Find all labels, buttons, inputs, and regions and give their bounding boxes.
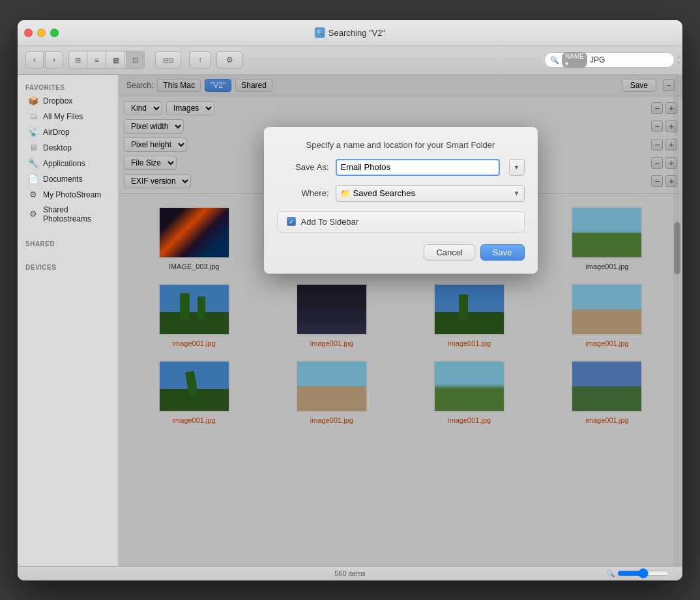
column-view-button[interactable]: ▦ (107, 51, 125, 68)
save-as-label: Save As: (277, 162, 329, 172)
applications-icon: 🔧 (28, 158, 38, 169)
save-as-input[interactable] (341, 162, 495, 172)
close-button[interactable] (24, 29, 33, 37)
sidebar-item-dropbox[interactable]: 📦 Dropbox (20, 93, 115, 109)
sheet-overlay: Specify a name and location for your Sma… (119, 75, 682, 566)
sidebar-item-shared-photostreams[interactable]: ⚙ Shared Photostreams (20, 203, 115, 226)
where-chevron-icon: ▼ (514, 190, 520, 197)
save-as-dropdown-button[interactable]: ▼ (509, 159, 525, 176)
sidebar: FAVORITES 📦 Dropbox 🗂 All My Files 📡 Air… (18, 75, 119, 566)
sidebar-item-airdrop[interactable]: 📡 AirDrop (20, 124, 115, 140)
view-switcher: ⊞ ≡ ▦ ⊡ (68, 51, 145, 69)
devices-section-title: DEVICES (18, 260, 118, 273)
list-view-button[interactable]: ≡ (88, 51, 106, 68)
save-as-input-wrap (336, 159, 500, 176)
search-input[interactable] (590, 55, 675, 64)
sidebar-item-label: Applications (43, 159, 85, 168)
where-select[interactable]: Saved Searches (353, 188, 511, 198)
sheet-buttons: Cancel Save (277, 244, 525, 261)
where-select-wrap: 📁 Saved Searches ▼ (336, 185, 525, 202)
finder-icon: 🔍 (315, 27, 325, 38)
cover-flow-button[interactable]: ⊡ (126, 51, 144, 68)
all-my-files-icon: 🗂 (28, 111, 38, 122)
share-button[interactable]: ↑ (189, 51, 211, 68)
sheet-save-button[interactable]: Save (480, 244, 525, 261)
icon-view-button[interactable]: ⊞ (69, 51, 87, 68)
sidebar-item-label: My PhotoStream (43, 190, 101, 199)
shared-photostreams-icon: ⚙ (28, 209, 38, 220)
size-slider-button[interactable]: ⊟⊡ (155, 51, 181, 68)
content-area: Search: This Mac "V2" Shared Save − Kind… (119, 75, 682, 566)
folder-icon: 📁 (340, 188, 351, 198)
sidebar-item-label: Dropbox (43, 96, 72, 106)
sidebar-item-all-my-files[interactable]: 🗂 All My Files (20, 109, 115, 124)
finder-window: 🔍 Searching "V2" ‹ › ⊞ ≡ ▦ ⊡ ⊟⊡ ↑ ⚙ (18, 20, 682, 580)
sheet-cancel-button[interactable]: Cancel (424, 244, 474, 261)
item-count: 560 items (334, 569, 366, 577)
sidebar-item-label: Desktop (43, 143, 72, 152)
dropbox-icon: 📦 (28, 96, 38, 106)
chevron-down-icon: ▼ (514, 164, 519, 171)
sidebar-item-applications[interactable]: 🔧 Applications (20, 156, 115, 171)
sidebar-item-label: All My Files (43, 112, 83, 121)
documents-icon: 📄 (28, 174, 38, 184)
toolbar: ‹ › ⊞ ≡ ▦ ⊡ ⊟⊡ ↑ ⚙ 🔍 NAME ▾ × (18, 46, 682, 75)
add-to-sidebar-checkbox[interactable]: ✓ (287, 217, 296, 226)
zoom-slider-input[interactable] (617, 568, 669, 579)
sidebar-item-label: Documents (43, 175, 83, 184)
maximize-button[interactable] (50, 29, 59, 37)
where-row: Where: 📁 Saved Searches ▼ (277, 185, 525, 202)
my-photostream-icon: ⚙ (28, 190, 38, 200)
sidebar-item-my-photostream[interactable]: ⚙ My PhotoStream (20, 187, 115, 203)
sheet-title: Specify a name and location for your Sma… (277, 140, 525, 150)
main-area: FAVORITES 📦 Dropbox 🗂 All My Files 📡 Air… (18, 75, 682, 566)
search-clear-button[interactable]: × (677, 55, 680, 64)
title-bar: 🔍 Searching "V2" (18, 20, 682, 46)
forward-button[interactable]: › (45, 51, 63, 68)
add-to-sidebar-row: ✓ Add To Sidebar (277, 211, 525, 233)
shared-section-title: SHARED (18, 236, 118, 250)
status-bar: 560 items 🔍 (18, 566, 682, 580)
desktop-icon: 🖥 (28, 143, 38, 153)
sidebar-item-label: Shared Photostreams (43, 205, 108, 223)
window-controls (24, 29, 59, 37)
favorites-section-title: FAVORITES (18, 80, 118, 93)
action-button[interactable]: ⚙ (216, 51, 242, 68)
back-button[interactable]: ‹ (25, 51, 44, 68)
zoom-slider: 🔍 (607, 568, 669, 579)
zoom-out-icon: 🔍 (607, 570, 615, 577)
search-icon: 🔍 (550, 56, 559, 64)
sidebar-item-desktop[interactable]: 🖥 Desktop (20, 140, 115, 156)
window-title: 🔍 Searching "V2" (315, 27, 385, 38)
sidebar-item-documents[interactable]: 📄 Documents (20, 171, 115, 187)
airdrop-icon: 📡 (28, 127, 38, 137)
search-bar: 🔍 NAME ▾ × (544, 52, 675, 68)
nav-buttons: ‹ › (25, 51, 63, 68)
save-as-row: Save As: ▼ (277, 159, 525, 176)
smart-folder-sheet: Specify a name and location for your Sma… (264, 127, 538, 274)
where-label: Where: (277, 188, 329, 198)
search-badge[interactable]: NAME ▾ (562, 52, 587, 68)
sidebar-item-label: AirDrop (43, 128, 70, 137)
minimize-button[interactable] (37, 29, 46, 37)
add-to-sidebar-label: Add To Sidebar (301, 217, 359, 227)
